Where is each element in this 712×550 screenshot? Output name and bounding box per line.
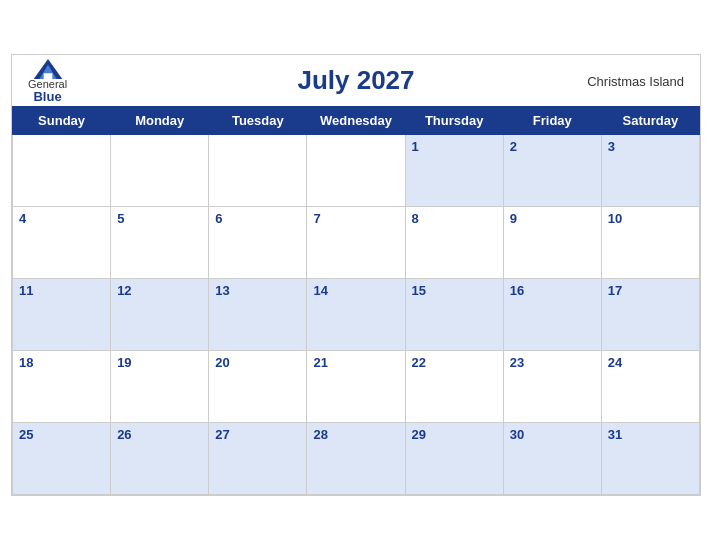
calendar-grid: Sunday Monday Tuesday Wednesday Thursday… (12, 106, 700, 495)
header-wednesday: Wednesday (307, 107, 405, 135)
day-number: 25 (19, 427, 33, 442)
header-thursday: Thursday (405, 107, 503, 135)
calendar-week-row: 25262728293031 (13, 423, 700, 495)
day-number: 5 (117, 211, 124, 226)
day-number: 26 (117, 427, 131, 442)
calendar-cell: 26 (111, 423, 209, 495)
day-number: 14 (313, 283, 327, 298)
day-number: 20 (215, 355, 229, 370)
calendar-title: July 2027 (297, 65, 414, 96)
calendar-cell: 21 (307, 351, 405, 423)
calendar-cell: 15 (405, 279, 503, 351)
calendar-cell: 9 (503, 207, 601, 279)
calendar-cell: 11 (13, 279, 111, 351)
header-friday: Friday (503, 107, 601, 135)
calendar-cell: 8 (405, 207, 503, 279)
calendar-cell: 6 (209, 207, 307, 279)
header-monday: Monday (111, 107, 209, 135)
day-number: 6 (215, 211, 222, 226)
day-number: 23 (510, 355, 524, 370)
calendar-header: General Blue July 2027 Christmas Island (12, 55, 700, 106)
region-name: Christmas Island (587, 73, 684, 88)
calendar-cell (13, 135, 111, 207)
calendar-week-row: 123 (13, 135, 700, 207)
calendar-cell: 19 (111, 351, 209, 423)
day-number: 9 (510, 211, 517, 226)
header-tuesday: Tuesday (209, 107, 307, 135)
calendar-cell: 31 (601, 423, 699, 495)
day-number: 31 (608, 427, 622, 442)
day-number: 18 (19, 355, 33, 370)
header-sunday: Sunday (13, 107, 111, 135)
day-number: 2 (510, 139, 517, 154)
calendar-cell (209, 135, 307, 207)
calendar-cell: 14 (307, 279, 405, 351)
day-number: 22 (412, 355, 426, 370)
day-number: 8 (412, 211, 419, 226)
calendar-cell (307, 135, 405, 207)
calendar-week-row: 18192021222324 (13, 351, 700, 423)
calendar-cell: 28 (307, 423, 405, 495)
day-number: 10 (608, 211, 622, 226)
calendar-cell: 2 (503, 135, 601, 207)
calendar-cell: 25 (13, 423, 111, 495)
calendar-cell: 5 (111, 207, 209, 279)
calendar-cell: 10 (601, 207, 699, 279)
calendar-week-row: 45678910 (13, 207, 700, 279)
calendar-week-row: 11121314151617 (13, 279, 700, 351)
day-number: 30 (510, 427, 524, 442)
calendar-cell: 22 (405, 351, 503, 423)
day-number: 19 (117, 355, 131, 370)
calendar-cell: 20 (209, 351, 307, 423)
calendar-cell: 24 (601, 351, 699, 423)
day-number: 11 (19, 283, 33, 298)
calendar-cell: 3 (601, 135, 699, 207)
day-number: 12 (117, 283, 131, 298)
day-number: 28 (313, 427, 327, 442)
calendar-cell: 4 (13, 207, 111, 279)
calendar-cell: 1 (405, 135, 503, 207)
day-number: 29 (412, 427, 426, 442)
day-number: 17 (608, 283, 622, 298)
day-number: 27 (215, 427, 229, 442)
calendar-cell: 23 (503, 351, 601, 423)
day-number: 1 (412, 139, 419, 154)
calendar-cell: 12 (111, 279, 209, 351)
day-number: 16 (510, 283, 524, 298)
logo-icon (33, 59, 63, 79)
logo: General Blue (28, 59, 67, 103)
weekday-header-row: Sunday Monday Tuesday Wednesday Thursday… (13, 107, 700, 135)
calendar-cell: 7 (307, 207, 405, 279)
calendar-cell: 17 (601, 279, 699, 351)
day-number: 3 (608, 139, 615, 154)
day-number: 21 (313, 355, 327, 370)
calendar-cell: 13 (209, 279, 307, 351)
calendar-container: General Blue July 2027 Christmas Island … (11, 54, 701, 496)
day-number: 7 (313, 211, 320, 226)
calendar-cell: 30 (503, 423, 601, 495)
calendar-cell: 18 (13, 351, 111, 423)
calendar-cell (111, 135, 209, 207)
day-number: 13 (215, 283, 229, 298)
calendar-cell: 16 (503, 279, 601, 351)
day-number: 24 (608, 355, 622, 370)
logo-blue-text: Blue (33, 90, 61, 103)
calendar-cell: 27 (209, 423, 307, 495)
day-number: 15 (412, 283, 426, 298)
calendar-cell: 29 (405, 423, 503, 495)
header-saturday: Saturday (601, 107, 699, 135)
day-number: 4 (19, 211, 26, 226)
